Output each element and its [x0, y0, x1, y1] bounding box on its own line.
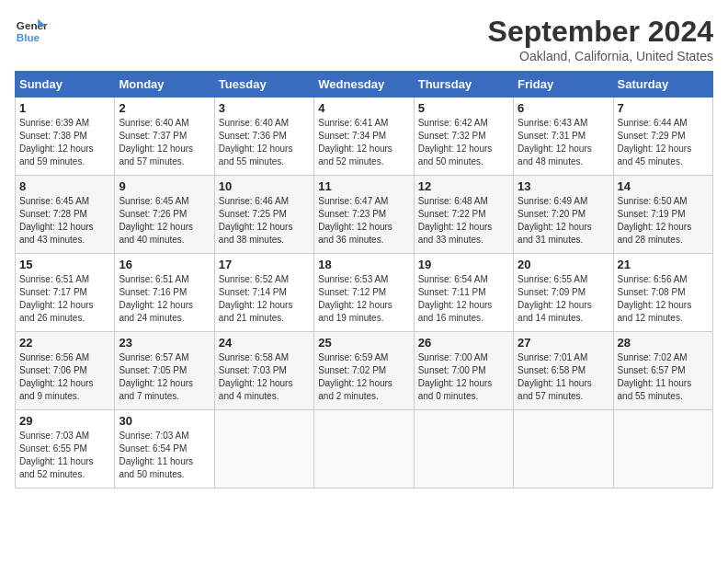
- day-number: 22: [19, 336, 110, 350]
- day-info: Sunrise: 6:56 AM Sunset: 7:08 PM Dayligh…: [618, 273, 709, 325]
- calendar-cell: 4Sunrise: 6:41 AM Sunset: 7:34 PM Daylig…: [314, 98, 414, 176]
- title-area: September 2024 Oakland, California, Unit…: [488, 15, 713, 63]
- calendar-cell: 2Sunrise: 6:40 AM Sunset: 7:37 PM Daylig…: [115, 98, 214, 176]
- day-info: Sunrise: 6:42 AM Sunset: 7:32 PM Dayligh…: [418, 117, 509, 168]
- calendar-cell: 15Sunrise: 6:51 AM Sunset: 7:17 PM Dayli…: [16, 254, 115, 332]
- day-info: Sunrise: 6:58 AM Sunset: 7:03 PM Dayligh…: [219, 351, 310, 403]
- calendar-cell: [414, 410, 513, 488]
- day-info: Sunrise: 6:51 AM Sunset: 7:17 PM Dayligh…: [19, 273, 110, 325]
- calendar-week-row: 29Sunrise: 7:03 AM Sunset: 6:55 PM Dayli…: [16, 410, 713, 488]
- calendar-cell: 11Sunrise: 6:47 AM Sunset: 7:23 PM Dayli…: [314, 176, 414, 254]
- day-info: Sunrise: 6:55 AM Sunset: 7:09 PM Dayligh…: [518, 273, 609, 325]
- day-info: Sunrise: 6:59 AM Sunset: 7:02 PM Dayligh…: [318, 351, 409, 403]
- day-number: 6: [518, 101, 609, 115]
- day-info: Sunrise: 6:47 AM Sunset: 7:23 PM Dayligh…: [318, 195, 409, 247]
- day-info: Sunrise: 6:40 AM Sunset: 7:36 PM Dayligh…: [219, 117, 310, 168]
- day-number: 19: [418, 258, 509, 271]
- calendar-cell: 10Sunrise: 6:46 AM Sunset: 7:25 PM Dayli…: [214, 176, 313, 254]
- day-number: 8: [19, 179, 110, 193]
- calendar-week-row: 1Sunrise: 6:39 AM Sunset: 7:38 PM Daylig…: [16, 98, 713, 176]
- day-number: 29: [19, 414, 110, 428]
- calendar-table: SundayMondayTuesdayWednesdayThursdayFrid…: [15, 71, 713, 488]
- weekday-header: Tuesday: [214, 72, 313, 98]
- day-number: 14: [618, 179, 709, 193]
- calendar-cell: 6Sunrise: 6:43 AM Sunset: 7:31 PM Daylig…: [514, 98, 613, 176]
- calendar-cell: 27Sunrise: 7:01 AM Sunset: 6:58 PM Dayli…: [514, 332, 613, 410]
- weekday-header: Monday: [115, 72, 214, 98]
- weekday-header: Saturday: [613, 72, 712, 98]
- day-number: 4: [318, 101, 409, 115]
- day-info: Sunrise: 6:44 AM Sunset: 7:29 PM Dayligh…: [618, 117, 709, 168]
- calendar-cell: 22Sunrise: 6:56 AM Sunset: 7:06 PM Dayli…: [16, 332, 115, 410]
- day-info: Sunrise: 6:53 AM Sunset: 7:12 PM Dayligh…: [318, 273, 409, 325]
- day-number: 24: [219, 336, 310, 350]
- day-number: 23: [119, 336, 210, 350]
- day-number: 13: [518, 179, 609, 193]
- location: Oakland, California, United States: [488, 49, 713, 63]
- day-number: 7: [618, 101, 709, 115]
- day-info: Sunrise: 6:45 AM Sunset: 7:28 PM Dayligh…: [19, 195, 110, 247]
- calendar-cell: [214, 410, 313, 488]
- day-number: 18: [318, 258, 409, 271]
- calendar-cell: 29Sunrise: 7:03 AM Sunset: 6:55 PM Dayli…: [16, 410, 115, 488]
- calendar-cell: 8Sunrise: 6:45 AM Sunset: 7:28 PM Daylig…: [16, 176, 115, 254]
- day-info: Sunrise: 6:46 AM Sunset: 7:25 PM Dayligh…: [219, 195, 310, 247]
- calendar-cell: 21Sunrise: 6:56 AM Sunset: 7:08 PM Dayli…: [613, 254, 712, 332]
- day-info: Sunrise: 6:54 AM Sunset: 7:11 PM Dayligh…: [418, 273, 509, 325]
- calendar-cell: 25Sunrise: 6:59 AM Sunset: 7:02 PM Dayli…: [314, 332, 414, 410]
- day-info: Sunrise: 6:39 AM Sunset: 7:38 PM Dayligh…: [19, 117, 110, 168]
- day-number: 26: [418, 336, 509, 350]
- calendar-cell: 13Sunrise: 6:49 AM Sunset: 7:20 PM Dayli…: [514, 176, 613, 254]
- day-info: Sunrise: 6:43 AM Sunset: 7:31 PM Dayligh…: [518, 117, 609, 168]
- calendar-week-row: 22Sunrise: 6:56 AM Sunset: 7:06 PM Dayli…: [16, 332, 713, 410]
- calendar-cell: 16Sunrise: 6:51 AM Sunset: 7:16 PM Dayli…: [115, 254, 214, 332]
- day-number: 27: [518, 336, 609, 350]
- day-number: 15: [19, 258, 110, 271]
- calendar-week-row: 8Sunrise: 6:45 AM Sunset: 7:28 PM Daylig…: [16, 176, 713, 254]
- svg-text:Blue: Blue: [17, 31, 40, 43]
- calendar-cell: [514, 410, 613, 488]
- day-number: 11: [318, 179, 409, 193]
- day-info: Sunrise: 6:51 AM Sunset: 7:16 PM Dayligh…: [119, 273, 210, 325]
- day-info: Sunrise: 7:00 AM Sunset: 7:00 PM Dayligh…: [418, 351, 509, 403]
- calendar-cell: 5Sunrise: 6:42 AM Sunset: 7:32 PM Daylig…: [414, 98, 513, 176]
- day-info: Sunrise: 6:50 AM Sunset: 7:19 PM Dayligh…: [618, 195, 709, 247]
- day-number: 5: [418, 101, 509, 115]
- weekday-header-row: SundayMondayTuesdayWednesdayThursdayFrid…: [16, 72, 713, 98]
- calendar-cell: 1Sunrise: 6:39 AM Sunset: 7:38 PM Daylig…: [16, 98, 115, 176]
- calendar-week-row: 15Sunrise: 6:51 AM Sunset: 7:17 PM Dayli…: [16, 254, 713, 332]
- calendar-cell: 19Sunrise: 6:54 AM Sunset: 7:11 PM Dayli…: [414, 254, 513, 332]
- day-info: Sunrise: 6:52 AM Sunset: 7:14 PM Dayligh…: [219, 273, 310, 325]
- weekday-header: Friday: [514, 72, 613, 98]
- day-info: Sunrise: 7:03 AM Sunset: 6:55 PM Dayligh…: [19, 430, 110, 481]
- calendar-cell: 9Sunrise: 6:45 AM Sunset: 7:26 PM Daylig…: [115, 176, 214, 254]
- calendar-cell: 26Sunrise: 7:00 AM Sunset: 7:00 PM Dayli…: [414, 332, 513, 410]
- calendar-cell: 28Sunrise: 7:02 AM Sunset: 6:57 PM Dayli…: [613, 332, 712, 410]
- calendar-cell: 17Sunrise: 6:52 AM Sunset: 7:14 PM Dayli…: [214, 254, 313, 332]
- day-number: 16: [119, 258, 210, 271]
- calendar-cell: 20Sunrise: 6:55 AM Sunset: 7:09 PM Dayli…: [514, 254, 613, 332]
- weekday-header: Sunday: [16, 72, 115, 98]
- day-info: Sunrise: 7:02 AM Sunset: 6:57 PM Dayligh…: [618, 351, 709, 403]
- day-number: 2: [119, 101, 210, 115]
- calendar-cell: [613, 410, 712, 488]
- day-number: 12: [418, 179, 509, 193]
- day-info: Sunrise: 7:01 AM Sunset: 6:58 PM Dayligh…: [518, 351, 609, 403]
- logo-icon: General Blue: [15, 15, 48, 48]
- day-number: 3: [219, 101, 310, 115]
- calendar-cell: 3Sunrise: 6:40 AM Sunset: 7:36 PM Daylig…: [214, 98, 313, 176]
- day-number: 21: [618, 258, 709, 271]
- calendar-cell: 24Sunrise: 6:58 AM Sunset: 7:03 PM Dayli…: [214, 332, 313, 410]
- day-number: 9: [119, 179, 210, 193]
- day-info: Sunrise: 6:49 AM Sunset: 7:20 PM Dayligh…: [518, 195, 609, 247]
- day-number: 25: [318, 336, 409, 350]
- day-info: Sunrise: 6:41 AM Sunset: 7:34 PM Dayligh…: [318, 117, 409, 168]
- day-info: Sunrise: 6:56 AM Sunset: 7:06 PM Dayligh…: [19, 351, 110, 403]
- day-number: 28: [618, 336, 709, 350]
- day-number: 1: [19, 101, 110, 115]
- weekday-header: Wednesday: [314, 72, 414, 98]
- day-number: 20: [518, 258, 609, 271]
- calendar-cell: [314, 410, 414, 488]
- calendar-cell: 7Sunrise: 6:44 AM Sunset: 7:29 PM Daylig…: [613, 98, 712, 176]
- day-info: Sunrise: 7:03 AM Sunset: 6:54 PM Dayligh…: [119, 430, 210, 481]
